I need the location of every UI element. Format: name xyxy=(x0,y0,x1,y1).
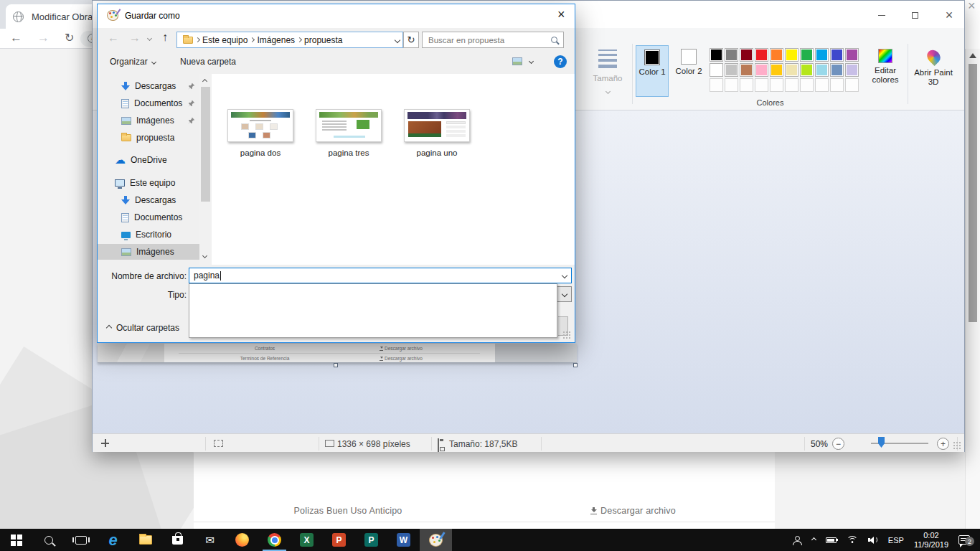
palette-swatch[interactable] xyxy=(770,48,783,62)
palette-swatch[interactable] xyxy=(815,63,829,77)
sidebar-item-imagenes-quick[interactable]: Imágenes xyxy=(98,113,199,128)
taskbar-publisher[interactable] xyxy=(355,529,387,551)
size-button[interactable]: Tamaño xyxy=(588,45,628,101)
palette-empty-swatch[interactable] xyxy=(830,78,844,92)
sidebar-item-propuesta[interactable]: propuesta xyxy=(98,130,199,146)
download-link[interactable]: Descargar archivo xyxy=(590,506,676,516)
palette-swatch[interactable] xyxy=(770,63,783,77)
language-button[interactable]: ESP xyxy=(883,529,909,551)
taskbar-paint-active[interactable] xyxy=(420,529,452,551)
volume-button[interactable] xyxy=(863,529,883,551)
tray-overflow-button[interactable] xyxy=(807,529,821,551)
browser-close-button[interactable] xyxy=(968,0,976,14)
address-dropdown-icon[interactable] xyxy=(395,37,400,42)
edit-colors-button[interactable]: Editar colores xyxy=(866,47,905,100)
breadcrumb-item[interactable]: Este equipo xyxy=(199,35,250,45)
organize-menu-button[interactable]: Organizar xyxy=(110,57,156,67)
file-name-label[interactable]: pagina tres xyxy=(306,149,392,157)
taskbar-excel[interactable] xyxy=(291,529,323,551)
search-box[interactable]: Buscar en propuesta xyxy=(422,32,564,48)
battery-button[interactable] xyxy=(821,529,842,551)
close-button[interactable] xyxy=(938,6,961,24)
taskbar-edge[interactable] xyxy=(97,529,129,551)
taskbar-powerpoint[interactable] xyxy=(323,529,355,551)
palette-swatch[interactable] xyxy=(725,63,738,77)
palette-empty-swatch[interactable] xyxy=(710,78,723,92)
palette-empty-swatch[interactable] xyxy=(755,78,768,92)
palette-swatch[interactable] xyxy=(845,48,859,62)
browser-scrollbar[interactable] xyxy=(965,49,980,529)
palette-empty-swatch[interactable] xyxy=(740,78,753,92)
action-center-button[interactable]: 2 xyxy=(953,529,980,551)
dialog-close-button[interactable] xyxy=(557,7,565,22)
palette-empty-swatch[interactable] xyxy=(785,78,798,92)
view-mode-dropdown-icon[interactable] xyxy=(529,59,534,64)
canvas-resize-handle-bottom[interactable] xyxy=(334,363,338,367)
palette-swatch[interactable] xyxy=(785,63,798,77)
sidebar-item-este-equipo[interactable]: Este equipo xyxy=(98,175,199,191)
sidebar-item-documentos-quick[interactable]: Documentos xyxy=(98,95,199,111)
palette-swatch[interactable] xyxy=(815,48,829,62)
scrollbar-up-arrow[interactable] xyxy=(969,53,976,58)
browser-refresh-button[interactable] xyxy=(65,31,74,44)
filename-dropdown-icon[interactable] xyxy=(562,273,567,278)
nav-forward-button[interactable] xyxy=(129,32,141,44)
palette-swatch[interactable] xyxy=(710,63,723,77)
palette-empty-swatch[interactable] xyxy=(725,78,738,92)
search-icon[interactable] xyxy=(551,37,557,43)
breadcrumb-item[interactable]: propuesta xyxy=(301,35,345,45)
taskbar-file-explorer[interactable] xyxy=(129,529,161,551)
file-thumbnail-pagina-dos[interactable] xyxy=(227,109,293,142)
hide-folders-button[interactable]: Ocultar carpetas xyxy=(107,323,179,333)
refresh-button[interactable] xyxy=(403,32,419,48)
file-thumbnail-pagina-tres[interactable] xyxy=(316,109,382,142)
palette-swatch[interactable] xyxy=(755,48,768,62)
people-button[interactable] xyxy=(787,529,807,551)
zoom-in-button[interactable]: + xyxy=(937,438,949,450)
palette-swatch[interactable] xyxy=(845,63,859,77)
nav-up-button[interactable] xyxy=(162,31,168,44)
tree-scrollbar[interactable] xyxy=(199,74,212,265)
palette-empty-swatch[interactable] xyxy=(845,78,859,92)
maximize-button[interactable] xyxy=(903,6,926,24)
sidebar-item-documentos[interactable]: Documentos xyxy=(98,209,199,225)
palette-empty-swatch[interactable] xyxy=(800,78,814,92)
sidebar-item-onedrive[interactable]: OneDrive xyxy=(98,152,199,168)
palette-swatch[interactable] xyxy=(785,48,798,62)
start-button[interactable] xyxy=(0,529,32,551)
browser-forward-button[interactable] xyxy=(37,31,50,45)
dialog-resize-grip[interactable] xyxy=(562,331,571,339)
sidebar-item-imagenes-selected[interactable]: Imágenes xyxy=(98,244,199,260)
taskbar-search-button[interactable] xyxy=(32,529,65,551)
view-mode-icon[interactable] xyxy=(512,57,522,65)
taskbar-chrome[interactable] xyxy=(258,529,291,551)
open-paint3d-button[interactable]: Abrir Paint 3D xyxy=(910,47,956,100)
sidebar-item-descargas-quick[interactable]: Descargas xyxy=(98,78,199,94)
file-thumbnail-pagina-uno[interactable] xyxy=(404,109,470,142)
filename-input[interactable]: pagina xyxy=(189,268,572,283)
taskbar-word[interactable] xyxy=(387,529,420,551)
palette-swatch[interactable] xyxy=(830,48,844,62)
palette-swatch[interactable] xyxy=(740,48,753,62)
palette-empty-swatch[interactable] xyxy=(815,78,829,92)
file-name-label[interactable]: pagina uno xyxy=(394,149,480,157)
tree-scrollbar-thumb[interactable] xyxy=(201,87,210,202)
taskbar-mail[interactable] xyxy=(194,529,226,551)
address-bar[interactable]: Este equipo Imágenes propuesta xyxy=(176,32,403,48)
new-folder-button[interactable]: Nueva carpeta xyxy=(180,57,236,67)
file-list-pane[interactable]: pagina dos pagina tres pagina uno xyxy=(212,74,575,265)
palette-swatch[interactable] xyxy=(830,63,844,77)
color2-button[interactable]: Color 2 xyxy=(672,45,705,97)
sidebar-item-escritorio[interactable]: Escritorio xyxy=(98,227,199,242)
minimize-button[interactable] xyxy=(870,6,893,24)
color1-button[interactable]: Color 1 xyxy=(636,45,669,97)
palette-swatch[interactable] xyxy=(725,48,738,62)
file-type-dropdown-icon[interactable] xyxy=(562,291,567,297)
taskbar-firefox[interactable] xyxy=(226,529,258,551)
dialog-help-button[interactable] xyxy=(554,55,567,68)
tree-scroll-up-icon[interactable] xyxy=(202,79,207,84)
palette-swatch[interactable] xyxy=(740,63,753,77)
filename-autocomplete-dropdown[interactable] xyxy=(189,283,557,338)
scrollbar-thumb[interactable] xyxy=(969,64,977,322)
dialog-titlebar[interactable]: Guardar como xyxy=(98,4,575,28)
